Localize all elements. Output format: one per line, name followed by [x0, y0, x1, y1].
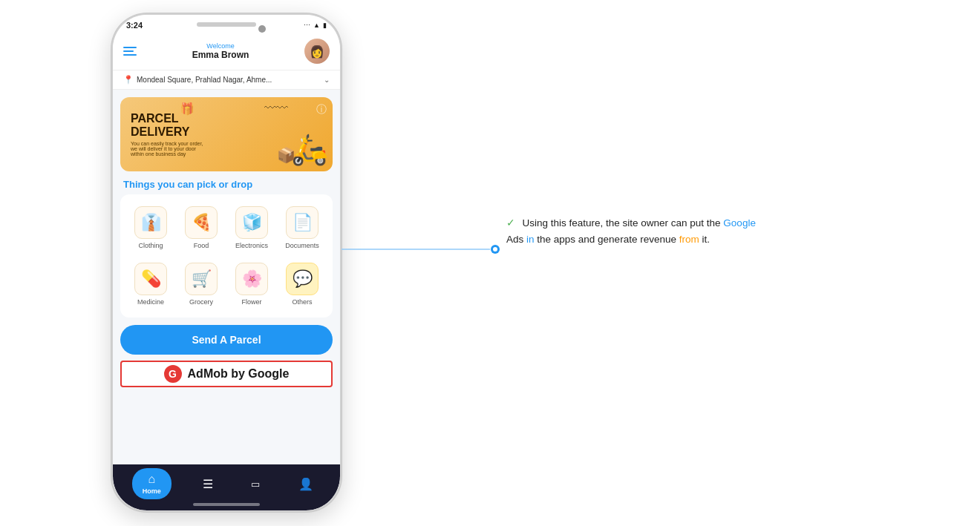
others-label: Others: [292, 298, 312, 306]
documents-icon: 📄: [293, 213, 313, 232]
documents-icon-box: 📄: [286, 206, 318, 239]
banner-title-line2: DELIVERY: [131, 125, 205, 139]
check-icon: ✓: [506, 217, 515, 229]
flower-label: Flower: [241, 298, 261, 306]
nav-home[interactable]: ⌂ Home: [132, 468, 172, 499]
bottom-nav: ⌂ Home ☰ ▭ 👤: [113, 464, 340, 510]
flower-icon-box: 🌸: [235, 263, 268, 295]
location-text: Mondeal Square, Prahlad Nagar, Ahme...: [137, 76, 321, 84]
electronics-icon: 🧊: [242, 213, 262, 232]
electronics-icon-box: 🧊: [235, 206, 268, 239]
categories-card: 👔 Clothing 🍕 Food 🧊 El: [120, 194, 333, 318]
others-icon: 💬: [293, 269, 313, 289]
orders-icon: ☰: [203, 477, 213, 491]
svg-point-2: [493, 247, 497, 252]
location-bar[interactable]: 📍 Mondeal Square, Prahlad Nagar, Ahme...…: [113, 70, 340, 90]
category-item-clothing[interactable]: 👔 Clothing: [128, 202, 174, 254]
flower-icon: 🌸: [242, 269, 262, 289]
documents-label: Documents: [285, 242, 319, 249]
user-name: Emma Brown: [192, 50, 249, 60]
banner-info-icon: ⓘ: [316, 103, 327, 116]
grocery-icon: 🛒: [192, 269, 212, 289]
wave-decoration: 〰〰: [264, 102, 288, 115]
medicine-icon-box: 💊: [134, 263, 167, 295]
battery-icon: ▮: [323, 22, 327, 29]
category-item-electronics[interactable]: 🧊 Electronics: [229, 202, 275, 254]
food-label: Food: [194, 242, 209, 249]
avatar[interactable]: 👩: [304, 39, 330, 64]
banner-title-line1: PARCEL: [131, 112, 205, 125]
send-parcel-button[interactable]: Send A Parcel: [120, 325, 333, 355]
nav-profile[interactable]: 👤: [291, 474, 321, 494]
phone-screen: PARCEL DELIVERY You can easily track you…: [113, 90, 340, 504]
admob-banner: G AdMob by Google: [120, 361, 333, 387]
food-icon: 🍕: [192, 213, 212, 232]
admob-text: AdMob by Google: [188, 367, 290, 381]
annotation-line-svg: [342, 244, 501, 254]
others-icon-box: 💬: [286, 263, 318, 295]
chevron-down-icon: ⌄: [324, 76, 330, 84]
category-item-flower[interactable]: 🌸 Flower: [229, 258, 275, 310]
welcome-label: Welcome: [192, 42, 249, 50]
annotation-text: Using this feature, the site owner can p…: [506, 217, 756, 245]
profile-icon: 👤: [298, 477, 313, 491]
banner-subtitle: You can easily track your order, we will…: [131, 141, 205, 157]
grocery-label: Grocery: [189, 298, 213, 306]
home-indicator: [193, 503, 260, 506]
location-pin-icon: 📍: [123, 75, 134, 85]
status-time: 3:24: [126, 21, 143, 30]
medicine-icon: 💊: [141, 269, 161, 289]
grocery-icon-box: 🛒: [185, 263, 218, 295]
electronics-label: Electronics: [235, 242, 268, 249]
promo-banner: PARCEL DELIVERY You can easily track you…: [120, 97, 333, 171]
phone-mockup: 3:24 ⋯ ▲ ▮ Welcome Emma Brown 👩: [111, 13, 342, 512]
food-icon-box: 🍕: [185, 206, 218, 239]
category-item-others[interactable]: 💬 Others: [279, 258, 325, 310]
front-camera: [258, 25, 266, 33]
admob-logo: G: [164, 365, 182, 383]
phone-shell: 3:24 ⋯ ▲ ▮ Welcome Emma Brown 👩: [111, 13, 342, 512]
nav-wallet[interactable]: ▭: [244, 476, 267, 493]
category-item-grocery[interactable]: 🛒 Grocery: [178, 258, 224, 310]
scooter-illustration: 🛵: [291, 132, 328, 167]
nav-orders[interactable]: ☰: [195, 474, 220, 494]
banner-text: PARCEL DELIVERY You can easily track you…: [120, 105, 205, 164]
hamburger-menu[interactable]: [123, 47, 137, 56]
app-header: Welcome Emma Brown 👩: [113, 33, 340, 70]
header-center: Welcome Emma Brown: [192, 42, 249, 60]
wallet-icon: ▭: [251, 479, 260, 490]
admob-g-letter: G: [169, 368, 177, 380]
clothing-icon: 👔: [141, 213, 161, 232]
clothing-label: Clothing: [138, 242, 163, 249]
annotation-callout: ✓ Using this feature, the site owner can…: [506, 215, 796, 249]
boxes-illustration: 📦: [277, 146, 295, 164]
wifi-signal-icon: ▲: [313, 22, 320, 29]
category-item-documents[interactable]: 📄 Documents: [279, 202, 325, 254]
category-item-medicine[interactable]: 💊 Medicine: [128, 258, 174, 310]
medicine-label: Medicine: [137, 298, 164, 306]
section-title: Things you can pick or drop: [113, 171, 340, 194]
notch-pill: [197, 22, 256, 27]
avatar-emoji: 👩: [310, 45, 324, 59]
categories-grid: 👔 Clothing 🍕 Food 🧊 El: [128, 202, 325, 310]
home-label: Home: [143, 487, 161, 495]
category-item-food[interactable]: 🍕 Food: [178, 202, 224, 254]
clothing-icon-box: 👔: [134, 206, 167, 239]
status-icons: ⋯ ▲ ▮: [304, 22, 327, 29]
home-icon: ⌂: [148, 473, 156, 486]
wifi-icon: ⋯: [304, 22, 310, 29]
